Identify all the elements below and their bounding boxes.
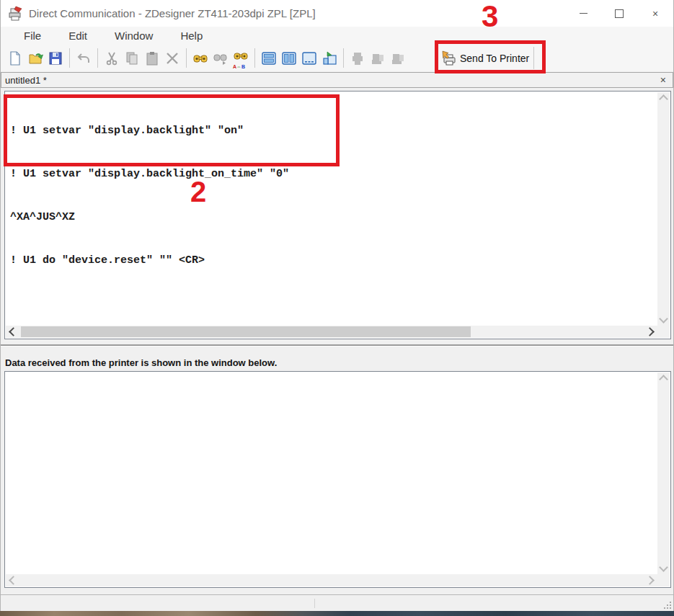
zpl-editor-textarea[interactable]: ! U1 setvar "display.backlight" "on" ! U… [10, 95, 655, 297]
scroll-right-icon[interactable] [645, 576, 655, 585]
printer-gray-icon [350, 50, 365, 66]
resize-grip[interactable] [662, 599, 671, 609]
scrollbar-corner [657, 574, 670, 586]
received-data-label: Data received from the printer is shown … [5, 357, 277, 368]
code-line: ! U1 do "device.reset" "" <CR> [10, 254, 655, 268]
menu-file[interactable]: File [10, 28, 55, 43]
status-bar-divider [314, 599, 315, 608]
toolbar-separator [254, 48, 255, 68]
panel-splitter[interactable] [1, 344, 673, 347]
received-horizontal-scrollbar[interactable] [6, 574, 657, 586]
title-bar: Direct Communication - ZDesigner ZT411-2… [1, 0, 673, 27]
minimize-button[interactable] [565, 0, 601, 27]
toolbar: A⇔B [1, 45, 673, 71]
split-horizontal-button[interactable] [259, 48, 279, 69]
code-line: ! U1 setvar "display.backlight" "on" [10, 124, 655, 138]
undo-icon [76, 50, 92, 66]
split-vertical-button[interactable] [279, 48, 299, 69]
printer-page-gray-icon [370, 50, 386, 66]
send-to-printer-icon [441, 50, 457, 67]
desktop-wallpaper-strip [0, 611, 674, 616]
received-vertical-scrollbar[interactable] [657, 372, 670, 574]
scroll-right-icon[interactable] [645, 327, 655, 336]
find-next-button[interactable] [210, 48, 231, 69]
copy-button[interactable] [122, 48, 142, 69]
cut-icon [104, 50, 120, 66]
app-printer-icon [6, 5, 24, 22]
save-icon [48, 50, 63, 66]
window-title: Direct Communication - ZDesigner ZT411-2… [29, 7, 316, 19]
document-tab-bar: untitled1 * × [1, 72, 673, 88]
editor-horizontal-scrollbar[interactable] [6, 326, 657, 338]
scroll-left-icon[interactable] [9, 576, 18, 585]
print-button-3[interactable] [388, 48, 408, 69]
paste-button[interactable] [142, 48, 162, 69]
scroll-down-icon[interactable] [659, 314, 668, 323]
undo-button[interactable] [74, 48, 94, 69]
direct-communication-window: Direct Communication - ZDesigner ZT411-2… [0, 0, 674, 611]
new-file-button[interactable] [5, 48, 25, 69]
scroll-up-icon[interactable] [659, 94, 668, 104]
replace-binoculars-icon [233, 50, 249, 61]
find-binoculars-icon [192, 50, 208, 66]
scroll-up-icon[interactable] [659, 375, 668, 384]
menu-bar: File Edit Window Help [1, 27, 673, 45]
save-button[interactable] [45, 48, 66, 69]
cut-button[interactable] [102, 48, 122, 69]
menu-edit[interactable]: Edit [55, 28, 101, 43]
close-button[interactable]: × [637, 0, 673, 27]
code-line: ^XA^JUS^XZ [10, 210, 655, 225]
split-horizontal-icon [261, 50, 277, 66]
open-folder-icon [27, 50, 43, 66]
toolbar-separator [343, 48, 344, 68]
close-icon: × [652, 9, 658, 19]
code-line: ! U1 setvar "display.backlight_on_time" … [10, 167, 655, 182]
toolbar-separator [69, 48, 70, 68]
toolbar-separator [97, 48, 98, 68]
received-data-panel [4, 371, 671, 588]
cascade-windows-button[interactable] [319, 48, 340, 69]
editor-vertical-scrollbar[interactable] [657, 92, 670, 326]
cascade-windows-icon [322, 50, 337, 66]
scrollbar-corner [657, 326, 670, 338]
zpl-editor-panel: ! U1 setvar "display.backlight" "on" ! U… [4, 91, 671, 339]
send-to-printer-label: Send To Printer [460, 53, 529, 64]
paste-icon [144, 50, 160, 66]
maximize-icon [615, 9, 624, 18]
copy-icon [124, 50, 140, 66]
menu-window[interactable]: Window [101, 28, 167, 43]
scrollbar-thumb[interactable] [21, 326, 471, 337]
scroll-left-icon[interactable] [9, 327, 18, 336]
delete-button[interactable] [162, 48, 182, 69]
single-window-button[interactable] [299, 48, 319, 69]
printer-page-gray-icon [390, 50, 406, 66]
replace-ab-badge: A⇔B [233, 64, 245, 69]
menu-help[interactable]: Help [167, 28, 216, 43]
status-bar [1, 594, 673, 611]
toolbar-separator [186, 48, 187, 68]
tab-untitled1[interactable]: untitled1 * [1, 75, 47, 86]
minimize-icon [580, 13, 587, 14]
maximize-button[interactable] [601, 0, 637, 27]
send-to-printer-button[interactable]: Send To Printer [440, 47, 534, 69]
find-button[interactable] [190, 48, 210, 69]
single-window-icon [301, 50, 317, 66]
new-file-icon [7, 50, 23, 66]
split-vertical-icon [281, 50, 297, 66]
print-button-2[interactable] [368, 48, 388, 69]
open-file-button[interactable] [25, 48, 45, 69]
delete-x-icon [164, 50, 180, 66]
scroll-down-icon[interactable] [659, 563, 668, 572]
tab-close-icon[interactable]: × [660, 75, 666, 85]
find-next-icon [213, 50, 229, 66]
replace-button[interactable]: A⇔B [231, 48, 251, 69]
print-button-1[interactable] [347, 48, 368, 69]
